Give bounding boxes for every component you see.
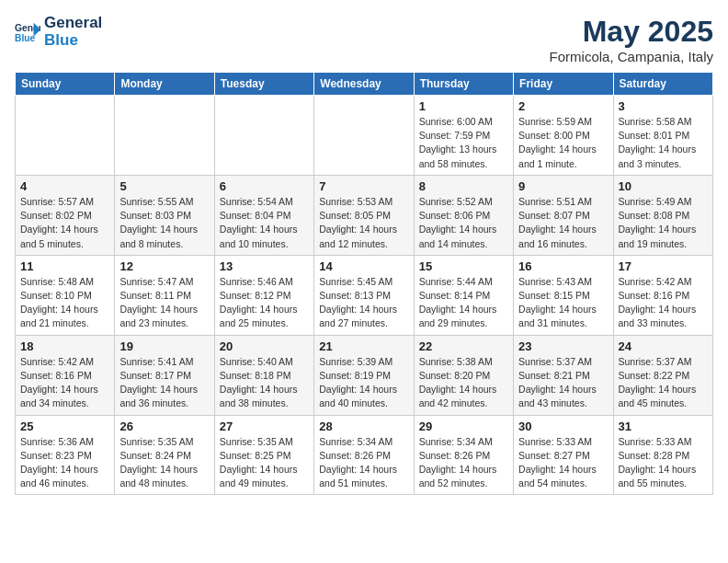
day-number: 1: [419, 99, 508, 113]
calendar-cell: 17Sunrise: 5:42 AM Sunset: 8:16 PM Dayli…: [613, 255, 712, 335]
calendar-cell: 22Sunrise: 5:38 AM Sunset: 8:20 PM Dayli…: [414, 335, 513, 415]
day-info: Sunrise: 5:55 AM Sunset: 8:03 PM Dayligh…: [119, 195, 209, 251]
day-number: 4: [20, 179, 109, 193]
calendar-cell: 16Sunrise: 5:43 AM Sunset: 8:15 PM Dayli…: [514, 255, 613, 335]
header-day: Wednesday: [314, 73, 414, 96]
calendar-cell: 3Sunrise: 5:58 AM Sunset: 8:01 PM Daylig…: [613, 96, 712, 176]
day-number: 18: [20, 339, 109, 353]
day-number: 11: [20, 259, 109, 273]
day-info: Sunrise: 5:48 AM Sunset: 8:10 PM Dayligh…: [20, 275, 109, 331]
calendar-cell: 25Sunrise: 5:36 AM Sunset: 8:23 PM Dayli…: [16, 415, 115, 495]
logo-icon: General Blue: [15, 19, 40, 45]
header-day: Thursday: [414, 73, 513, 96]
calendar-cell: 18Sunrise: 5:42 AM Sunset: 8:16 PM Dayli…: [16, 335, 115, 415]
logo-blue: Blue: [44, 32, 102, 50]
calendar-cell: 29Sunrise: 5:34 AM Sunset: 8:26 PM Dayli…: [414, 415, 513, 495]
day-number: 17: [619, 259, 708, 273]
day-info: Sunrise: 5:43 AM Sunset: 8:15 PM Dayligh…: [518, 275, 608, 331]
calendar-week-row: 18Sunrise: 5:42 AM Sunset: 8:16 PM Dayli…: [16, 335, 713, 415]
logo-general: General: [44, 15, 102, 32]
calendar-cell: 24Sunrise: 5:37 AM Sunset: 8:22 PM Dayli…: [613, 335, 712, 415]
header-day: Friday: [514, 73, 613, 96]
day-number: 5: [119, 179, 209, 193]
day-number: 8: [419, 179, 508, 193]
day-number: 2: [518, 99, 608, 113]
logo: General Blue General Blue: [15, 15, 102, 49]
header-day: Monday: [115, 73, 214, 96]
calendar-week-row: 25Sunrise: 5:36 AM Sunset: 8:23 PM Dayli…: [16, 415, 713, 495]
calendar-cell: 19Sunrise: 5:41 AM Sunset: 8:17 PM Dayli…: [115, 335, 214, 415]
day-number: 9: [518, 179, 608, 193]
calendar-cell: 7Sunrise: 5:53 AM Sunset: 8:05 PM Daylig…: [314, 175, 414, 255]
day-info: Sunrise: 5:39 AM Sunset: 8:19 PM Dayligh…: [319, 355, 408, 411]
day-number: 7: [319, 179, 408, 193]
day-info: Sunrise: 5:59 AM Sunset: 8:00 PM Dayligh…: [518, 115, 608, 171]
day-number: 29: [419, 419, 508, 433]
day-info: Sunrise: 5:41 AM Sunset: 8:17 PM Dayligh…: [119, 355, 209, 411]
calendar-cell: 1Sunrise: 6:00 AM Sunset: 7:59 PM Daylig…: [414, 96, 513, 176]
calendar-cell: 4Sunrise: 5:57 AM Sunset: 8:02 PM Daylig…: [16, 175, 115, 255]
calendar-cell: [314, 96, 414, 176]
day-info: Sunrise: 5:36 AM Sunset: 8:23 PM Dayligh…: [20, 435, 109, 491]
day-info: Sunrise: 6:00 AM Sunset: 7:59 PM Dayligh…: [419, 115, 508, 171]
calendar-cell: 5Sunrise: 5:55 AM Sunset: 8:03 PM Daylig…: [115, 175, 214, 255]
day-info: Sunrise: 5:58 AM Sunset: 8:01 PM Dayligh…: [619, 115, 708, 171]
day-number: 6: [220, 179, 309, 193]
day-number: 30: [518, 419, 608, 433]
day-info: Sunrise: 5:35 AM Sunset: 8:25 PM Dayligh…: [220, 435, 309, 491]
day-number: 22: [419, 339, 508, 353]
day-info: Sunrise: 5:51 AM Sunset: 8:07 PM Dayligh…: [518, 195, 608, 251]
calendar-cell: 31Sunrise: 5:33 AM Sunset: 8:28 PM Dayli…: [613, 415, 712, 495]
calendar-cell: [115, 96, 214, 176]
calendar-body: 1Sunrise: 6:00 AM Sunset: 7:59 PM Daylig…: [16, 96, 713, 495]
day-info: Sunrise: 5:49 AM Sunset: 8:08 PM Dayligh…: [619, 195, 708, 251]
day-info: Sunrise: 5:37 AM Sunset: 8:21 PM Dayligh…: [518, 355, 608, 411]
day-number: 3: [619, 99, 708, 113]
calendar-cell: 27Sunrise: 5:35 AM Sunset: 8:25 PM Dayli…: [214, 415, 313, 495]
calendar-cell: 12Sunrise: 5:47 AM Sunset: 8:11 PM Dayli…: [115, 255, 214, 335]
day-number: 27: [220, 419, 309, 433]
day-number: 28: [319, 419, 408, 433]
calendar-cell: 23Sunrise: 5:37 AM Sunset: 8:21 PM Dayli…: [514, 335, 613, 415]
day-info: Sunrise: 5:40 AM Sunset: 8:18 PM Dayligh…: [220, 355, 309, 411]
day-number: 13: [220, 259, 309, 273]
calendar-cell: 21Sunrise: 5:39 AM Sunset: 8:19 PM Dayli…: [314, 335, 414, 415]
calendar-table: SundayMondayTuesdayWednesdayThursdayFrid…: [15, 72, 713, 495]
title-area: May 2025 Formicola, Campania, Italy: [550, 15, 713, 64]
calendar-cell: [16, 96, 115, 176]
day-info: Sunrise: 5:53 AM Sunset: 8:05 PM Dayligh…: [319, 195, 408, 251]
page-header: General Blue General Blue May 2025 Formi…: [15, 15, 713, 64]
calendar-cell: 14Sunrise: 5:45 AM Sunset: 8:13 PM Dayli…: [314, 255, 414, 335]
day-info: Sunrise: 5:34 AM Sunset: 8:26 PM Dayligh…: [319, 435, 408, 491]
day-info: Sunrise: 5:42 AM Sunset: 8:16 PM Dayligh…: [20, 355, 109, 411]
day-number: 12: [119, 259, 209, 273]
calendar-cell: 6Sunrise: 5:54 AM Sunset: 8:04 PM Daylig…: [214, 175, 313, 255]
day-info: Sunrise: 5:44 AM Sunset: 8:14 PM Dayligh…: [419, 275, 508, 331]
day-number: 16: [518, 259, 608, 273]
header-day: Tuesday: [214, 73, 313, 96]
day-number: 21: [319, 339, 408, 353]
day-info: Sunrise: 5:57 AM Sunset: 8:02 PM Dayligh…: [20, 195, 109, 251]
calendar-week-row: 4Sunrise: 5:57 AM Sunset: 8:02 PM Daylig…: [16, 175, 713, 255]
day-number: 14: [319, 259, 408, 273]
header-row: SundayMondayTuesdayWednesdayThursdayFrid…: [16, 73, 713, 96]
day-number: 31: [619, 419, 708, 433]
calendar-cell: 30Sunrise: 5:33 AM Sunset: 8:27 PM Dayli…: [514, 415, 613, 495]
day-number: 20: [220, 339, 309, 353]
day-info: Sunrise: 5:33 AM Sunset: 8:28 PM Dayligh…: [619, 435, 708, 491]
location-title: Formicola, Campania, Italy: [550, 49, 713, 64]
day-number: 26: [119, 419, 209, 433]
day-number: 23: [518, 339, 608, 353]
calendar-header: SundayMondayTuesdayWednesdayThursdayFrid…: [16, 73, 713, 96]
header-day: Saturday: [613, 73, 712, 96]
day-info: Sunrise: 5:46 AM Sunset: 8:12 PM Dayligh…: [220, 275, 309, 331]
day-number: 10: [619, 179, 708, 193]
day-number: 24: [619, 339, 708, 353]
calendar-cell: 26Sunrise: 5:35 AM Sunset: 8:24 PM Dayli…: [115, 415, 214, 495]
header-day: Sunday: [16, 73, 115, 96]
day-number: 15: [419, 259, 508, 273]
day-info: Sunrise: 5:47 AM Sunset: 8:11 PM Dayligh…: [119, 275, 209, 331]
svg-text:Blue: Blue: [15, 33, 36, 43]
day-info: Sunrise: 5:38 AM Sunset: 8:20 PM Dayligh…: [419, 355, 508, 411]
day-info: Sunrise: 5:33 AM Sunset: 8:27 PM Dayligh…: [518, 435, 608, 491]
